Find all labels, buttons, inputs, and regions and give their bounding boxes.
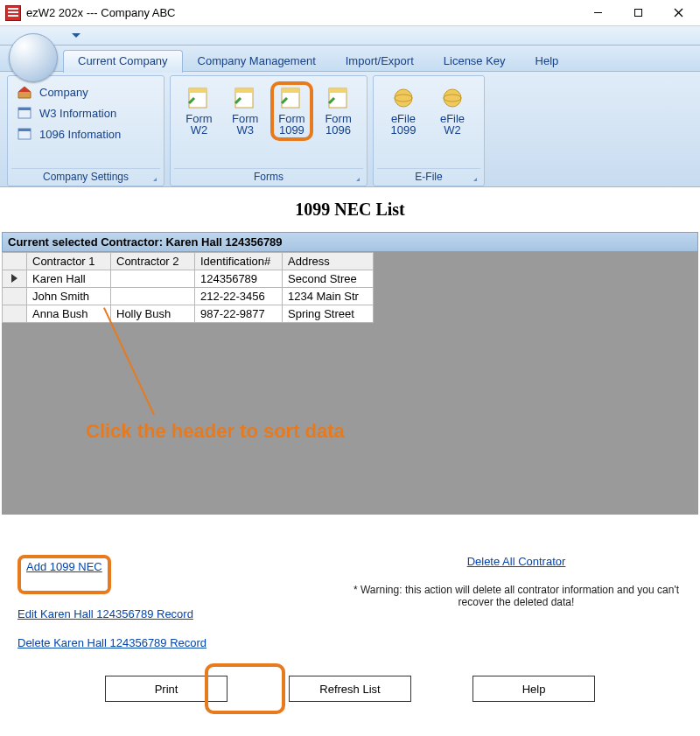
table-row[interactable]: Anna Bush Holly Bush 987-22-9877 Spring … bbox=[3, 305, 374, 323]
svg-rect-13 bbox=[282, 88, 299, 93]
col-header-contractor2[interactable]: Contractor 2 bbox=[111, 253, 195, 270]
titlebar: ezW2 202x --- Company ABC bbox=[0, 0, 700, 26]
form-icon bbox=[231, 85, 259, 111]
col-header-identification[interactable]: Identification# bbox=[195, 253, 283, 270]
refresh-button[interactable]: Refresh List bbox=[289, 676, 411, 702]
form-icon bbox=[185, 85, 213, 111]
cell-address[interactable]: Spring Street bbox=[283, 305, 374, 323]
delete-record-link[interactable]: Delete Karen Hall 124356789 Record bbox=[18, 636, 206, 649]
tab-company-management[interactable]: Company Management bbox=[183, 50, 331, 73]
svg-rect-9 bbox=[189, 88, 206, 93]
tab-current-company[interactable]: Current Company bbox=[63, 50, 183, 73]
quick-access-dropdown[interactable] bbox=[70, 32, 82, 40]
form-1099-button[interactable]: Form 1099 bbox=[270, 81, 314, 141]
svg-point-18 bbox=[444, 89, 461, 107]
data-grid[interactable]: Contractor 1 Contractor 2 Identification… bbox=[2, 252, 698, 515]
cell-contractor2[interactable] bbox=[111, 270, 195, 288]
close-button[interactable] bbox=[658, 0, 698, 26]
cell-address[interactable]: 1234 Main Str bbox=[283, 288, 374, 305]
ribbon-body: Company W3 Information 1096 Infomation C… bbox=[0, 72, 700, 187]
svg-rect-15 bbox=[329, 88, 346, 93]
links-area: Add 1099 NEC Edit Karen Hall 124356789 R… bbox=[0, 548, 700, 665]
cell-contractor1[interactable]: John Smith bbox=[27, 288, 111, 305]
w3-info-item[interactable]: W3 Information bbox=[15, 102, 157, 123]
group-title-forms: Forms bbox=[174, 168, 363, 186]
1096-info-item[interactable]: 1096 Infomation bbox=[15, 123, 157, 144]
form-icon bbox=[277, 85, 305, 111]
app-menu-orb[interactable] bbox=[9, 33, 58, 82]
svg-point-16 bbox=[395, 89, 412, 107]
cell-identification[interactable]: 987-22-9877 bbox=[195, 305, 283, 323]
group-forms: Form W2 Form W3 Form 1099 Form 1096 bbox=[170, 75, 368, 186]
add-1099-link[interactable]: Add 1099 NEC bbox=[26, 560, 102, 573]
button-bar: Print Refresh List Help bbox=[0, 676, 700, 702]
form-w3-button[interactable]: Form W3 bbox=[224, 81, 267, 136]
minimize-button[interactable] bbox=[578, 0, 618, 26]
delete-warning: * Warning: this action will delete all c… bbox=[350, 584, 682, 608]
row-indicator bbox=[3, 305, 27, 323]
cell-contractor1[interactable]: Karen Hall bbox=[27, 270, 111, 288]
cell-contractor2[interactable] bbox=[111, 288, 195, 305]
form-icon bbox=[325, 85, 353, 111]
group-company-settings: Company W3 Information 1096 Infomation C… bbox=[7, 75, 164, 186]
sheet-icon bbox=[17, 106, 32, 120]
cell-contractor2[interactable]: Holly Bush bbox=[111, 305, 195, 323]
dialog-launcher-icon[interactable] bbox=[148, 172, 158, 183]
group-title-efile: E-File bbox=[377, 168, 480, 186]
w3-info-label: W3 Information bbox=[39, 107, 116, 120]
grid-corner[interactable] bbox=[3, 253, 27, 270]
svg-rect-1 bbox=[634, 10, 641, 17]
form-1096-label: Form 1096 bbox=[325, 113, 351, 136]
delete-all-link[interactable]: Delete All Contrator bbox=[467, 555, 566, 568]
col-header-address[interactable]: Address bbox=[283, 253, 374, 270]
page-title: 1099 NEC List bbox=[0, 187, 700, 232]
current-row-icon bbox=[11, 274, 18, 283]
table-row[interactable]: Karen Hall 124356789 Second Stree bbox=[3, 270, 374, 288]
sheet-icon bbox=[17, 127, 32, 141]
efile-1099-button[interactable]: eFile 1099 bbox=[381, 81, 426, 136]
form-1099-label: Form 1099 bbox=[278, 113, 304, 136]
tab-license-key[interactable]: License Key bbox=[429, 50, 521, 73]
efile-w2-button[interactable]: eFile W2 bbox=[430, 81, 475, 136]
form-1096-button[interactable]: Form 1096 bbox=[317, 81, 360, 136]
maximize-button[interactable] bbox=[618, 0, 658, 26]
svg-rect-5 bbox=[18, 108, 31, 110]
dialog-launcher-icon[interactable] bbox=[351, 172, 361, 183]
selected-contractor-bar: Current selected Contractor: Karen Hall … bbox=[2, 232, 698, 252]
app-icon bbox=[5, 5, 21, 21]
form-w2-label: Form W2 bbox=[186, 113, 212, 136]
group-title-company-settings: Company Settings bbox=[11, 168, 160, 186]
form-w2-button[interactable]: Form W2 bbox=[178, 81, 220, 136]
ribbon-tabs: Current Company Company Management Impor… bbox=[0, 46, 700, 72]
cell-identification[interactable]: 212-22-3456 bbox=[195, 288, 283, 305]
globe-icon bbox=[438, 85, 466, 111]
help-button[interactable]: Help bbox=[472, 676, 595, 702]
edit-record-link[interactable]: Edit Karen Hall 124356789 Record bbox=[18, 607, 193, 620]
svg-rect-11 bbox=[235, 88, 253, 93]
house-icon bbox=[17, 85, 32, 99]
company-label: Company bbox=[39, 86, 88, 99]
quick-access-bar bbox=[0, 26, 700, 46]
form-w3-label: Form W3 bbox=[232, 113, 258, 136]
cell-identification[interactable]: 124356789 bbox=[195, 270, 283, 288]
efile-1099-label: eFile 1099 bbox=[391, 113, 416, 136]
print-button[interactable]: Print bbox=[105, 676, 228, 702]
table-row[interactable]: John Smith 212-22-3456 1234 Main Str bbox=[3, 288, 374, 305]
company-item[interactable]: Company bbox=[15, 81, 157, 102]
row-indicator bbox=[3, 288, 27, 305]
tab-help[interactable]: Help bbox=[521, 50, 574, 73]
col-header-contractor1[interactable]: Contractor 1 bbox=[27, 253, 111, 270]
tab-import-export[interactable]: Import/Export bbox=[331, 50, 429, 73]
dialog-launcher-icon[interactable] bbox=[468, 172, 479, 183]
row-indicator bbox=[3, 270, 27, 288]
cell-address[interactable]: Second Stree bbox=[283, 270, 374, 288]
group-efile: eFile 1099 eFile W2 E-File bbox=[373, 75, 485, 186]
efile-w2-label: eFile W2 bbox=[440, 113, 465, 136]
1096-info-label: 1096 Infomation bbox=[39, 128, 121, 141]
annotation-text: Click the header to sort data bbox=[86, 420, 345, 443]
globe-icon bbox=[389, 85, 417, 111]
window-title: ezW2 202x --- Company ABC bbox=[26, 6, 176, 19]
cell-contractor1[interactable]: Anna Bush bbox=[27, 305, 111, 323]
svg-rect-7 bbox=[18, 129, 31, 131]
